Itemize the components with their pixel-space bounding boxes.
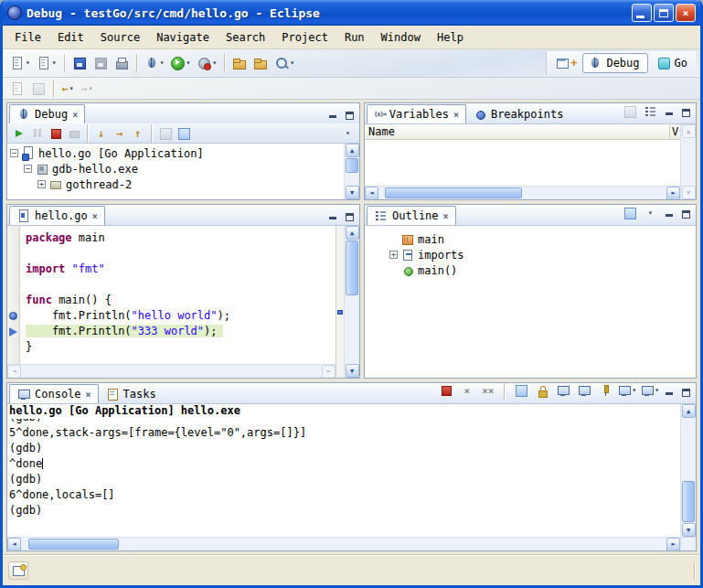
menu-item-run[interactable]: Run xyxy=(336,28,373,47)
scroll-up-icon[interactable]: ▲ xyxy=(346,226,359,240)
expander-icon[interactable]: − xyxy=(24,165,32,173)
view-menu-button[interactable]: ▾ xyxy=(642,204,659,221)
resume-button[interactable] xyxy=(10,124,27,142)
code-line[interactable]: package main xyxy=(26,231,336,247)
menu-item-edit[interactable]: Edit xyxy=(49,28,92,47)
remove-launch-button[interactable]: × xyxy=(458,382,475,400)
code-line[interactable]: fmt.Println("hello world"); xyxy=(26,309,336,325)
perspective-go-button[interactable]: Go xyxy=(651,53,696,73)
debug-tree[interactable]: − hello.go [Go Application] − gdb-hello.… xyxy=(7,144,344,199)
console-horizontal-scrollbar[interactable]: ◄ ► xyxy=(7,537,680,551)
last-edit-location-button[interactable] xyxy=(7,78,27,99)
outline-item-imports[interactable]: + imports xyxy=(387,247,696,262)
scrollbar-thumb[interactable] xyxy=(385,187,522,198)
close-tab-icon[interactable]: × xyxy=(86,390,91,400)
remove-all-terminated-button[interactable]: ×× xyxy=(479,382,496,400)
debug-vertical-scrollbar[interactable]: ▲ ▼ xyxy=(344,144,359,199)
perspective-debug-button[interactable]: Debug xyxy=(582,53,647,73)
next-annotation-button[interactable] xyxy=(28,78,48,99)
scroll-down-icon[interactable]: ▼ xyxy=(682,186,696,199)
scroll-down-icon[interactable]: ▼ xyxy=(346,364,359,378)
expander-icon[interactable]: + xyxy=(37,180,46,188)
editor-horizontal-scrollbar[interactable]: ◄ ► xyxy=(7,364,336,378)
scroll-down-icon[interactable]: ▼ xyxy=(682,523,696,537)
show-stderr-button[interactable] xyxy=(575,382,592,400)
titlebar[interactable]: Debug - testGo/src/cmd/hello.go - Eclips… xyxy=(3,0,700,26)
minimize-view-button[interactable] xyxy=(663,105,676,117)
scrollbar-thumb[interactable] xyxy=(346,241,358,295)
drop-to-frame-button[interactable] xyxy=(156,124,174,142)
scroll-up-icon[interactable]: ▲ xyxy=(346,144,359,157)
show-stdout-button[interactable] xyxy=(554,382,571,400)
maximize-view-button[interactable] xyxy=(679,385,692,397)
open-console-button[interactable]: ▾ xyxy=(640,382,659,400)
variables-horizontal-scrollbar[interactable]: ◄ ► xyxy=(365,186,680,199)
expander-icon[interactable]: + xyxy=(389,251,398,259)
open-perspective-button[interactable]: + xyxy=(552,53,580,74)
minimize-view-button[interactable] xyxy=(326,108,339,120)
step-return-button[interactable]: ↑ xyxy=(129,124,146,142)
back-button[interactable]: ←▾ xyxy=(59,78,77,99)
tree-item-thread[interactable]: + gothread-2 xyxy=(7,176,344,192)
scroll-left-icon[interactable]: ◄ xyxy=(365,187,378,200)
minimize-view-button[interactable] xyxy=(663,207,676,219)
menu-item-help[interactable]: Help xyxy=(429,28,472,47)
terminate-button[interactable] xyxy=(47,124,64,142)
scrollbar-thumb[interactable] xyxy=(28,539,119,550)
outline-tree[interactable]: main + imports main() xyxy=(365,226,696,378)
clear-console-button[interactable] xyxy=(512,382,529,400)
scroll-left-icon[interactable]: ◄ xyxy=(7,538,21,551)
console-output-area[interactable]: hello.go [Go Application] hello.exe (gdb… xyxy=(7,404,680,537)
code-line[interactable]: func main() { xyxy=(26,294,336,309)
column-header-value[interactable]: V xyxy=(669,125,680,138)
outline-item-main-func[interactable]: main() xyxy=(387,262,696,278)
scroll-left-icon[interactable]: ◄ xyxy=(7,365,21,379)
editor-marker-ruler[interactable] xyxy=(7,226,20,364)
new-go-element-button[interactable]: ▾ xyxy=(34,53,59,74)
disconnect-button[interactable] xyxy=(65,124,82,142)
external-tools-button[interactable]: ▾ xyxy=(194,53,219,74)
tab-breakpoints[interactable]: Breakpoints xyxy=(466,104,570,123)
code-line[interactable]: import "fmt" xyxy=(26,262,336,278)
tab-variables[interactable]: (x)= Variables × xyxy=(367,104,466,123)
tab-tasks[interactable]: Tasks xyxy=(99,384,163,403)
minimize-button[interactable] xyxy=(632,4,652,22)
console-vertical-scrollbar[interactable]: ▲ ▼ xyxy=(680,404,696,537)
minimize-view-button[interactable] xyxy=(326,209,339,221)
open-folder-button[interactable] xyxy=(229,53,250,74)
menu-item-project[interactable]: Project xyxy=(273,28,336,47)
outline-item-package[interactable]: main xyxy=(387,231,696,247)
view-menu-button[interactable]: ▾ xyxy=(339,124,357,142)
maximize-view-button[interactable] xyxy=(679,105,692,117)
maximize-view-button[interactable] xyxy=(343,108,356,120)
fast-view-button[interactable] xyxy=(8,561,28,580)
open-resource-button[interactable] xyxy=(250,53,271,74)
save-all-button[interactable] xyxy=(91,53,111,74)
code-line-current[interactable]: fmt.Println("333 world"); xyxy=(26,325,336,340)
print-button[interactable] xyxy=(112,53,132,74)
search-button[interactable]: ▾ xyxy=(272,53,297,74)
close-tab-icon[interactable]: × xyxy=(443,211,449,221)
sort-button[interactable] xyxy=(621,204,638,221)
editor-vertical-scrollbar[interactable]: ▲ ▼ xyxy=(344,226,359,378)
variables-table-body[interactable] xyxy=(365,140,680,186)
save-button[interactable] xyxy=(69,53,90,74)
expander-icon[interactable]: − xyxy=(10,149,18,157)
close-button[interactable]: × xyxy=(676,4,696,22)
menu-item-search[interactable]: Search xyxy=(218,28,273,47)
forward-button[interactable]: →▾ xyxy=(78,78,96,99)
scroll-right-icon[interactable]: ► xyxy=(666,187,680,200)
menu-item-file[interactable]: File xyxy=(6,28,49,47)
maximize-button[interactable] xyxy=(654,4,674,22)
close-tab-icon[interactable]: × xyxy=(72,110,78,120)
code-line[interactable]: } xyxy=(26,340,336,356)
tree-item-launch[interactable]: − hello.go [Go Application] xyxy=(7,145,344,161)
scroll-lock-button[interactable] xyxy=(533,382,550,400)
debug-launch-button[interactable]: ▾ xyxy=(142,53,167,74)
collapse-all-button[interactable] xyxy=(642,102,659,120)
scrollbar-thumb[interactable] xyxy=(682,481,695,522)
step-into-button[interactable]: ↓ xyxy=(92,124,110,142)
close-tab-icon[interactable]: × xyxy=(92,211,98,221)
step-over-button[interactable]: → xyxy=(111,124,128,142)
show-type-names-button[interactable] xyxy=(621,102,638,120)
